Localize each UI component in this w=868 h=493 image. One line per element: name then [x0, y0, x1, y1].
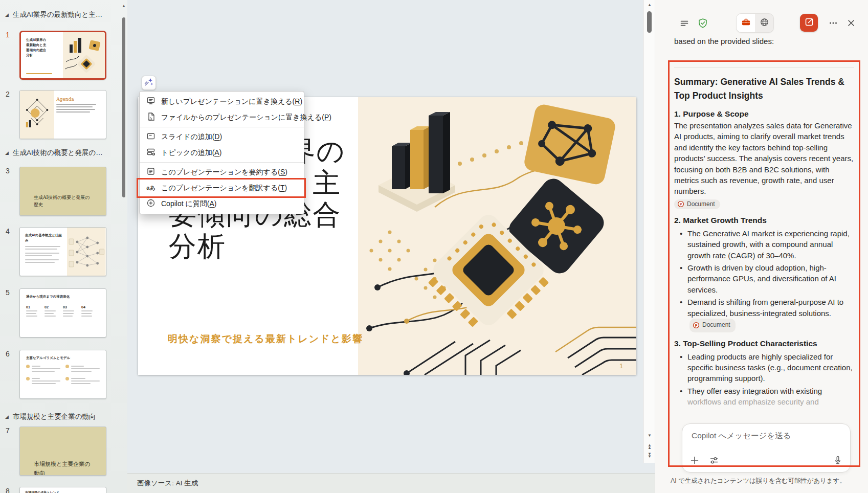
scroll-up-icon[interactable]: ▲: [122, 4, 126, 8]
message-divider: [674, 67, 854, 68]
copilot-sparkle-button[interactable]: [142, 76, 156, 90]
summarize-icon: [146, 167, 155, 177]
slide-thumbnail-8[interactable]: 市場規模の成長トレンド: [19, 487, 106, 493]
slide-thumbnail-3[interactable]: 生成AI技術の概要と発展の歴史: [19, 167, 106, 216]
copilot-message-input[interactable]: [692, 431, 835, 440]
section-header-1[interactable]: ◢ 生成AI業界の最新動向と主…: [5, 10, 102, 19]
section-title: 生成AI業界の最新動向と主…: [13, 10, 102, 19]
scroll-down-icon[interactable]: ▼: [648, 434, 652, 438]
work-mode-toggle[interactable]: [737, 14, 755, 32]
thumb2-illustration: [20, 91, 54, 139]
microphone-button[interactable]: [832, 454, 844, 466]
slide-number-8: 8: [6, 487, 10, 493]
menu-item-add-topic[interactable]: トピックの追加(A): [140, 145, 304, 161]
slide-number-6: 6: [6, 350, 10, 358]
file-icon: [146, 112, 155, 123]
protected-content-button[interactable]: [694, 15, 711, 33]
menu-item-ask-copilot[interactable]: Copilot に質問(A): [140, 196, 304, 212]
slide-number-3: 3: [6, 167, 10, 175]
previous-slide-button[interactable]: ▲▲: [647, 444, 653, 450]
section-title: 市場規模と主要企業の動向: [13, 412, 96, 421]
next-slide-button[interactable]: ▼▼: [647, 453, 653, 458]
thumb4-content: 生成AIの基本概念と仕組み: [20, 228, 67, 276]
slide-thumbnail-4[interactable]: 生成AIの基本概念と仕組み: [19, 227, 106, 276]
bullet-item: The Generative AI market is experiencing…: [687, 228, 854, 261]
replace-presentation-icon: [146, 96, 155, 107]
menu-item-add-slide[interactable]: スライドの追加(D): [140, 129, 304, 145]
thumb3-title: 生成AI技術の概要と発展の歴史: [34, 194, 90, 209]
menu-item-translate-presentation[interactable]: aあ このプレゼンテーションを翻訳する(T): [140, 180, 304, 196]
previous-message-tail: based on the provided slides:: [674, 37, 774, 46]
slide-number-5: 5: [6, 288, 10, 297]
slide-number-1: 1: [6, 31, 10, 39]
thumbnail-scrollbar-handle[interactable]: [122, 17, 125, 197]
plus-icon: [689, 455, 700, 465]
add-topic-icon: [146, 147, 155, 158]
thumb2-content: Agenda: [54, 91, 106, 139]
section-title: 生成AI技術の概要と発展の…: [13, 148, 103, 158]
new-chat-button[interactable]: [800, 14, 818, 32]
section2-bullets: The Generative AI market is experiencing…: [674, 228, 854, 332]
thumb4-illustration: [67, 228, 106, 276]
slide-thumbnail-6[interactable]: 主要なアルゴリズムとモデル: [19, 350, 106, 399]
document-reference-badge[interactable]: P Document: [689, 319, 736, 332]
editor-scrollbar-handle[interactable]: [647, 11, 652, 33]
menu-separator: [140, 127, 304, 127]
svg-text:P: P: [680, 202, 682, 206]
thumb6-grid: [26, 364, 100, 386]
scroll-up-icon[interactable]: ▲: [648, 3, 652, 7]
section1-paragraph: The presentation analyzes sales data for…: [674, 120, 854, 197]
section-header-2[interactable]: ◢ 生成AI技術の概要と発展の…: [5, 148, 103, 158]
thumb5-steps: 01 02 03 04: [26, 305, 100, 318]
section-collapse-icon: ◢: [5, 151, 9, 155]
slide-subtitle-textbox[interactable]: 明快な洞察で捉える最新トレンドと影響: [168, 332, 363, 346]
thumbnail-scrollbar[interactable]: ▲: [120, 0, 127, 473]
slide-thumbnail-2[interactable]: Agenda: [19, 90, 106, 139]
slide-thumbnail-7[interactable]: 市場規模と主要企業の動向: [19, 427, 106, 476]
slide-number-4: 4: [6, 227, 10, 235]
section-header-3[interactable]: ◢ 市場規模と主要企業の動向: [5, 412, 96, 421]
microphone-icon: [833, 455, 843, 465]
web-mode-toggle[interactable]: [755, 14, 773, 32]
section3-bullets: Leading products are highly specialized …: [674, 351, 854, 408]
translate-icon: aあ: [146, 184, 155, 192]
section3-title: 3. Top-Selling Product Characteristics: [674, 339, 854, 348]
thumb1-illustration: [63, 32, 105, 78]
slide-thumbnail-1[interactable]: 生成AI業界の 最新動向と主 要傾向の総合 分析: [19, 31, 106, 80]
hamburger-icon: [679, 18, 689, 30]
copilot-response: Summary: Generative AI Sales Trends & To…: [674, 67, 854, 409]
close-panel-button[interactable]: [842, 15, 860, 33]
bullet-item: Growth is driven by cloud adoption, high…: [687, 262, 854, 295]
document-reference-badge[interactable]: P Document: [674, 199, 720, 209]
attach-plus-button[interactable]: [688, 454, 701, 466]
bullet-item: Leading products are highly specialized …: [687, 351, 854, 384]
section2-title: 2. Market Growth Trends: [674, 216, 854, 225]
menu-item-summarize-presentation[interactable]: このプレゼンテーションを要約する(S): [140, 164, 304, 180]
slide-number-2: 2: [6, 90, 10, 98]
menu-separator: [140, 162, 304, 163]
svg-text:P: P: [695, 323, 698, 327]
briefcase-icon: [741, 17, 751, 29]
ai-disclaimer: AI で生成されたコンテンツは誤りを含む可能性があります。: [671, 477, 866, 485]
ellipsis-icon: [828, 18, 838, 30]
summary-heading: Summary: Generative AI Sales Trends & To…: [674, 75, 854, 103]
slide-page-number: 1: [619, 363, 623, 370]
slide-number-7: 7: [6, 427, 10, 435]
menu-item-replace-presentation[interactable]: 新しいプレゼンテーションに置き換える(R): [140, 94, 304, 109]
thumb7-title: 市場規模と主要企業の動向: [34, 460, 91, 476]
section1-title: 1. Purpose & Scope: [674, 109, 854, 119]
thumb1-title: 生成AI業界の 最新動向と主 要傾向の総合 分析: [21, 32, 63, 78]
slide-illustration[interactable]: [358, 97, 636, 375]
copilot-message-composer[interactable]: [682, 423, 851, 473]
new-chat-icon: [804, 17, 814, 29]
editor-scrollbar[interactable]: ▲ ▼ ▲▲ ▼▼: [643, 0, 655, 463]
chat-history-button[interactable]: [676, 15, 693, 33]
section-collapse-icon: ◢: [5, 13, 9, 17]
image-source-label: 画像ソース: AI 生成: [137, 479, 198, 488]
more-options-button[interactable]: [825, 15, 842, 33]
slide-editor-area: 生成AI業界の 最新動向と主 要傾向の総合 分析 明快な洞察で捉える最新トレンド…: [127, 0, 643, 473]
section-collapse-icon: ◢: [5, 415, 9, 419]
menu-item-replace-from-file[interactable]: ファイルからのプレゼンテーションに置き換える(P): [140, 109, 304, 125]
slide-thumbnail-5[interactable]: 過去から現在までの技術進化 01 02 03 04: [19, 288, 106, 338]
options-tune-button[interactable]: [708, 454, 720, 466]
